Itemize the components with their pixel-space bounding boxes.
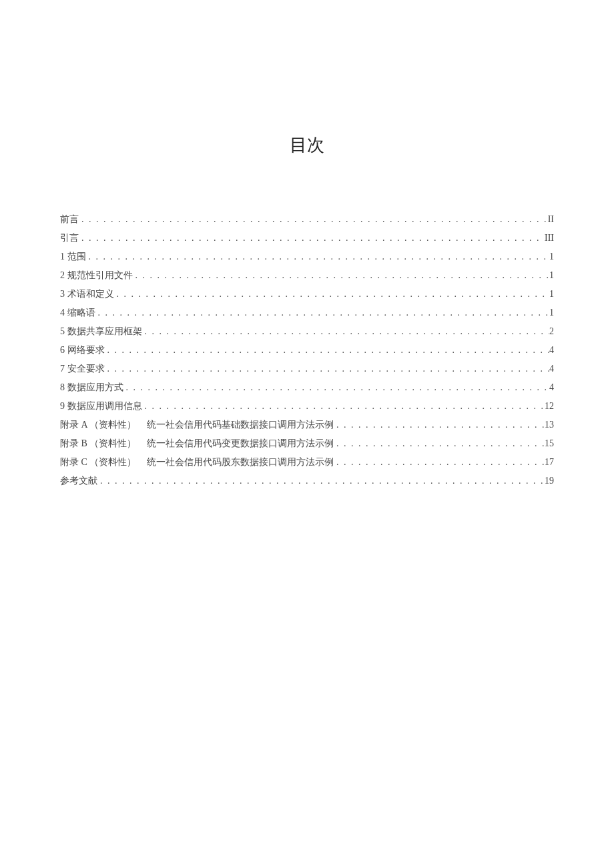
toc-leader-dots (133, 266, 550, 285)
toc-label: 统一社会信用代码基础数据接口调用方法示例 (147, 416, 334, 434)
toc-label: 4 缩略语 (60, 304, 95, 322)
toc-entry: 9 数据应用调用信息 12 (60, 397, 554, 416)
toc-entry: 参考文献 19 (60, 472, 554, 490)
toc-entry: 2 规范性引用文件 1 (60, 266, 554, 285)
toc-label: 5 数据共享应用框架 (60, 322, 142, 341)
toc-leader-dots (142, 322, 550, 341)
toc-page-number: III (545, 229, 554, 248)
toc-leader-dots (334, 434, 545, 453)
toc-page-number: 17 (545, 453, 554, 472)
toc-label: 引言 (60, 229, 79, 248)
toc-page-number: 1 (549, 285, 554, 304)
toc-page-number: 2 (549, 322, 554, 341)
toc-leader-dots (97, 472, 545, 490)
toc-entry: 3 术语和定义 1 (60, 285, 554, 304)
toc-label: 3 术语和定义 (60, 285, 114, 304)
toc-entry: 引言 III (60, 229, 554, 248)
toc-page-number: 1 (549, 266, 554, 285)
toc-page-number: 13 (545, 416, 554, 434)
toc-page-number: 4 (549, 378, 554, 397)
toc-entry: 7 安全要求 4 (60, 360, 554, 378)
toc-label: 8 数据应用方式 (60, 378, 123, 397)
table-of-contents: 前言 II 引言 III 1 范围 1 2 规范性引用文件 1 3 术语和定义 … (60, 210, 554, 490)
toc-label: 统一社会信用代码股东数据接口调用方法示例 (147, 453, 334, 472)
toc-leader-dots (105, 360, 550, 378)
document-page: 目次 前言 II 引言 III 1 范围 1 2 规范性引用文件 1 3 术语和… (0, 0, 614, 490)
toc-page-number: 19 (545, 472, 554, 490)
toc-leader-dots (334, 453, 545, 472)
toc-leader-dots (142, 397, 545, 416)
toc-entry-appendix: 附录 C （资料性） 统一社会信用代码股东数据接口调用方法示例 17 (60, 453, 554, 472)
toc-entry-appendix: 附录 A （资料性） 统一社会信用代码基础数据接口调用方法示例 13 (60, 416, 554, 434)
toc-page-number: 12 (545, 397, 554, 416)
toc-label: 7 安全要求 (60, 360, 105, 378)
toc-leader-dots (95, 304, 550, 322)
toc-label: 2 规范性引用文件 (60, 266, 133, 285)
toc-page-number: 4 (549, 341, 554, 360)
toc-entry: 8 数据应用方式 4 (60, 378, 554, 397)
toc-page-number: 4 (549, 360, 554, 378)
toc-label: 参考文献 (60, 472, 97, 490)
toc-page-number: 15 (545, 434, 554, 453)
toc-label: 统一社会信用代码变更数据接口调用方法示例 (147, 434, 334, 453)
toc-page-number: 1 (549, 248, 554, 266)
page-title: 目次 (60, 133, 554, 157)
toc-leader-dots (79, 229, 545, 248)
toc-leader-dots (79, 210, 548, 229)
toc-appendix-prefix: 附录 A （资料性） (60, 416, 147, 434)
toc-entry: 4 缩略语 1 (60, 304, 554, 322)
toc-leader-dots (334, 416, 545, 434)
toc-label: 9 数据应用调用信息 (60, 397, 142, 416)
toc-leader-dots (114, 285, 550, 304)
toc-entry: 前言 II (60, 210, 554, 229)
toc-page-number: 1 (549, 304, 554, 322)
toc-entry: 5 数据共享应用框架 2 (60, 322, 554, 341)
toc-entry: 1 范围 1 (60, 248, 554, 266)
toc-leader-dots (123, 378, 550, 397)
toc-label: 前言 (60, 210, 79, 229)
toc-entry-appendix: 附录 B （资料性） 统一社会信用代码变更数据接口调用方法示例 15 (60, 434, 554, 453)
toc-leader-dots (105, 341, 550, 360)
toc-page-number: II (548, 210, 554, 229)
toc-leader-dots (86, 248, 550, 266)
toc-appendix-prefix: 附录 B （资料性） (60, 434, 147, 453)
toc-appendix-prefix: 附录 C （资料性） (60, 453, 147, 472)
toc-label: 6 网络要求 (60, 341, 105, 360)
toc-label: 1 范围 (60, 248, 86, 266)
toc-entry: 6 网络要求 4 (60, 341, 554, 360)
